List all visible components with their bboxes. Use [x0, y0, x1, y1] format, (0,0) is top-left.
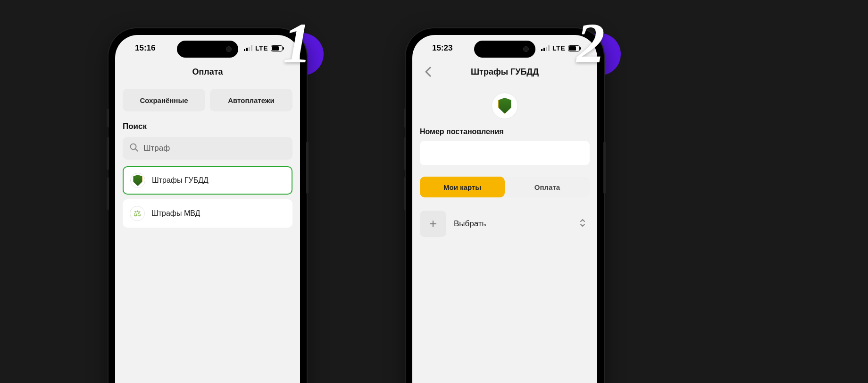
phone-side-button: [603, 142, 606, 194]
phone-side-button: [404, 177, 406, 210]
tab-saved[interactable]: Сохранённые: [123, 89, 205, 111]
page-title: Штрафы ГУБДД: [471, 67, 539, 77]
nav-header: Штрафы ГУБДД: [412, 61, 597, 82]
phone-side-button: [107, 177, 109, 210]
payment-source-toggle: Мои карты Оплата: [420, 177, 590, 197]
notch: [177, 41, 238, 58]
svg-rect-2: [249, 47, 250, 51]
svg-line-8: [135, 149, 138, 151]
step-number-2: 2: [576, 15, 605, 72]
postanovlenie-input[interactable]: [420, 141, 590, 165]
svg-rect-9: [541, 49, 542, 51]
status-right: LTE: [244, 44, 284, 52]
gubdd-shield-icon: [130, 173, 145, 188]
svg-rect-12: [548, 45, 550, 51]
chevron-left-icon: [425, 67, 431, 77]
svg-rect-3: [251, 45, 252, 51]
signal-icon: [541, 45, 550, 51]
status-right: LTE: [541, 44, 581, 52]
phone-side-button: [404, 137, 406, 170]
card-select[interactable]: + Выбрать: [420, 209, 590, 239]
svg-rect-0: [244, 49, 245, 51]
svg-rect-5: [272, 46, 279, 51]
phone-side-button: [107, 137, 109, 170]
status-time: 15:23: [432, 43, 452, 53]
service-logo: [492, 93, 518, 119]
tab-autopay[interactable]: Автоплатежи: [210, 89, 292, 111]
mvd-icon: ⚖: [130, 206, 145, 221]
phone-side-button: [404, 109, 406, 128]
notch: [474, 41, 535, 58]
chevron-up-down-icon: [579, 218, 586, 230]
svg-rect-10: [543, 48, 545, 51]
result-item-gubdd[interactable]: Штрафы ГУБДД: [123, 166, 292, 195]
segment-tabs: Сохранённые Автоплатежи: [123, 89, 292, 111]
network-label: LTE: [552, 44, 565, 52]
search-input[interactable]: [143, 144, 286, 153]
screen-1: 15:16 LTE Оплата Сохранённые Автоплатежи…: [115, 35, 300, 383]
signal-icon: [244, 45, 252, 51]
status-time: 15:16: [135, 43, 155, 53]
network-label: LTE: [255, 44, 268, 52]
search-section-label: Поиск: [123, 122, 292, 131]
result-label: Штрафы ГУБДД: [152, 176, 209, 185]
svg-rect-11: [546, 47, 547, 51]
svg-rect-1: [246, 48, 248, 51]
result-label: Штрафы МВД: [151, 209, 200, 218]
search-box[interactable]: [123, 137, 292, 160]
plus-icon: +: [420, 211, 446, 237]
svg-rect-14: [569, 46, 576, 51]
toggle-my-cards[interactable]: Мои карты: [420, 177, 505, 197]
field-label-postanovlenie: Номер постановления: [420, 128, 590, 136]
screen-2: 15:23 LTE Штрафы ГУБДД Номер постановле: [412, 35, 597, 383]
card-select-label: Выбрать: [454, 219, 572, 229]
gubdd-shield-icon: [498, 98, 511, 114]
page-title: Оплата: [192, 67, 223, 77]
back-button[interactable]: [421, 65, 435, 79]
toggle-payment[interactable]: Оплата: [505, 177, 590, 197]
result-item-mvd[interactable]: ⚖ Штрафы МВД: [123, 199, 292, 228]
phone-mockup-1: 15:16 LTE Оплата Сохранённые Автоплатежи…: [108, 28, 307, 383]
phone-side-button: [107, 109, 109, 128]
search-icon: [129, 143, 139, 154]
phone-side-button: [306, 142, 309, 194]
battery-icon: [271, 45, 284, 51]
step-number-1: 1: [283, 15, 311, 72]
phone-mockup-2: 15:23 LTE Штрафы ГУБДД Номер постановле: [406, 28, 604, 383]
nav-header: Оплата: [115, 61, 300, 82]
